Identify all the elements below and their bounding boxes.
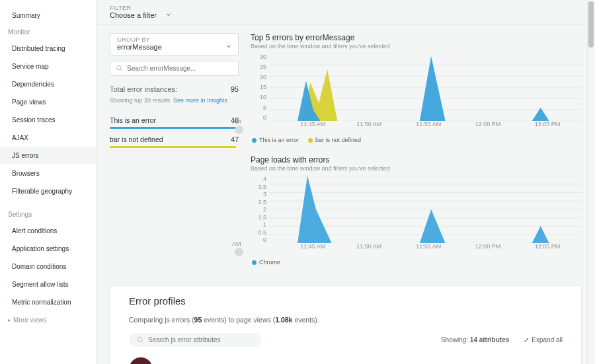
sidebar-item-page-views[interactable]: Page views: [0, 93, 96, 111]
sidebar-item-browsers[interactable]: Browsers: [0, 164, 96, 182]
error-list: This is an error48 bar is not defined47: [110, 112, 239, 151]
filter-label: FILTER: [110, 5, 157, 12]
error-row-label: bar is not defined: [110, 135, 163, 143]
x-axis-start: AM: [232, 118, 241, 125]
sidebar-item-js-errors[interactable]: JS errors: [0, 147, 96, 164]
chart-plot: [269, 54, 582, 121]
error-row-label: This is an error: [110, 116, 156, 124]
profiles-title: Error profiles: [129, 295, 563, 307]
see-more-link[interactable]: See more in Insights: [173, 97, 227, 104]
left-panel: GROUP BY errorMessage ⌄ Total error inst…: [110, 33, 239, 277]
x-axis: 11:45 AM 11:50 AM 11:55 AM 12:00 PM 12:0…: [269, 121, 582, 134]
sidebar-section-settings: Settings: [0, 207, 96, 222]
more-views-label: More views: [13, 316, 47, 324]
caret-right-icon: ▸: [8, 317, 11, 323]
sidebar-item-dependencies[interactable]: Dependencies: [0, 75, 96, 93]
error-row-bar: [110, 146, 236, 148]
chart-plot: [269, 176, 582, 243]
svg-point-18: [138, 337, 141, 341]
filter-value: Choose a filter: [110, 11, 157, 19]
sidebar-item-alert-conditions[interactable]: Alert conditions: [0, 222, 96, 240]
y-axis: 302520151050: [251, 54, 266, 121]
attr-search-box[interactable]: [129, 333, 261, 347]
sidebar-item-segment-allow-lists[interactable]: Segment allow lists: [0, 275, 96, 293]
sidebar: Summary Monitor Distributed tracing Serv…: [0, 0, 97, 364]
chart-top-errors: Top 5 errors by errorMessage Based on th…: [251, 33, 582, 143]
chart-title: Top 5 errors by errorMessage: [251, 33, 582, 42]
sidebar-item-application-settings[interactable]: Application settings: [0, 240, 96, 258]
error-row-bar: [110, 127, 239, 129]
x-axis-start: AM: [232, 240, 241, 247]
chart-title: Page loads with errors: [251, 155, 582, 164]
error-row[interactable]: This is an error48: [110, 112, 239, 131]
groupby-dropdown[interactable]: GROUP BY errorMessage ⌄: [110, 33, 239, 55]
refresh-icon[interactable]: [235, 126, 243, 134]
legend-item[interactable]: bar is not defined: [308, 137, 361, 143]
sidebar-item-service-map[interactable]: Service map: [0, 57, 96, 75]
profiles-subtitle: Comparing js errors (95 events) to page …: [129, 316, 563, 324]
sidebar-item-ajax[interactable]: AJAX: [0, 129, 96, 147]
sidebar-item-summary[interactable]: Summary: [0, 7, 96, 24]
legend-dot-icon: [308, 138, 313, 143]
expand-all-button[interactable]: ⤢Expand all: [524, 336, 563, 344]
chart-legend: This is an error bar is not defined: [252, 137, 582, 143]
search-input[interactable]: [127, 65, 233, 72]
legend-item[interactable]: Chrome: [252, 259, 280, 266]
sidebar-section-monitor: Monitor: [0, 24, 96, 40]
scrollbar-track[interactable]: [587, 0, 595, 364]
profile-chart-stub: [129, 357, 153, 364]
showing-text: Showing top 20 results. See more in Insi…: [110, 97, 239, 104]
sidebar-item-session-traces[interactable]: Session traces: [0, 111, 96, 129]
sidebar-item-domain-conditions[interactable]: Domain conditions: [0, 258, 96, 275]
chevron-down-icon: ⌄: [225, 39, 233, 50]
y-axis: 43.532.521.510.50: [251, 176, 266, 243]
chevron-down-icon[interactable]: ⌄: [165, 7, 173, 18]
total-label: Total error instances:: [110, 85, 177, 93]
search-icon: [137, 336, 144, 344]
filter-dropdown[interactable]: FILTER Choose a filter: [110, 5, 157, 20]
showing-attributes: Showing: 14 attributes: [441, 336, 509, 344]
svg-line-1: [120, 69, 122, 71]
total-value: 95: [231, 85, 239, 93]
scrollbar-thumb[interactable]: [588, 1, 594, 48]
chart-subtitle: Based on the time window and filters you…: [251, 165, 582, 172]
svg-point-0: [116, 65, 120, 69]
legend-dot-icon: [252, 138, 257, 143]
groupby-value: errorMessage: [117, 43, 231, 51]
error-row-count: 47: [231, 135, 239, 143]
filter-bar: FILTER Choose a filter ⌄: [97, 0, 595, 25]
sidebar-item-filterable-geography[interactable]: Filterable geography: [0, 182, 96, 200]
search-icon: [116, 65, 123, 72]
chart-legend: Chrome: [252, 259, 582, 266]
chart-subtitle: Based on the time window and filters you…: [251, 43, 582, 50]
sidebar-item-distributed-tracing[interactable]: Distributed tracing: [0, 40, 96, 57]
expand-icon: ⤢: [524, 336, 529, 344]
charts-column: Top 5 errors by errorMessage Based on th…: [251, 33, 582, 277]
refresh-icon[interactable]: [235, 248, 243, 256]
svg-line-19: [141, 341, 143, 342]
error-row[interactable]: bar is not defined47: [110, 131, 239, 151]
legend-dot-icon: [252, 260, 257, 265]
attr-search-input[interactable]: [148, 336, 253, 344]
search-box[interactable]: [110, 61, 239, 76]
main-content: FILTER Choose a filter ⌄ GROUP BY errorM…: [97, 0, 595, 364]
more-views-toggle[interactable]: ▸ More views: [0, 311, 96, 329]
groupby-label: GROUP BY: [117, 36, 231, 43]
x-axis: 11:45 AM 11:50 AM 11:55 AM 12:00 PM 12:0…: [269, 243, 582, 256]
sidebar-item-metric-normalization[interactable]: Metric normalization: [0, 293, 96, 311]
error-profiles-panel: Error profiles Comparing js errors (95 e…: [110, 285, 582, 364]
chart-page-loads: Page loads with errors Based on the time…: [251, 155, 582, 266]
legend-item[interactable]: This is an error: [252, 137, 299, 143]
